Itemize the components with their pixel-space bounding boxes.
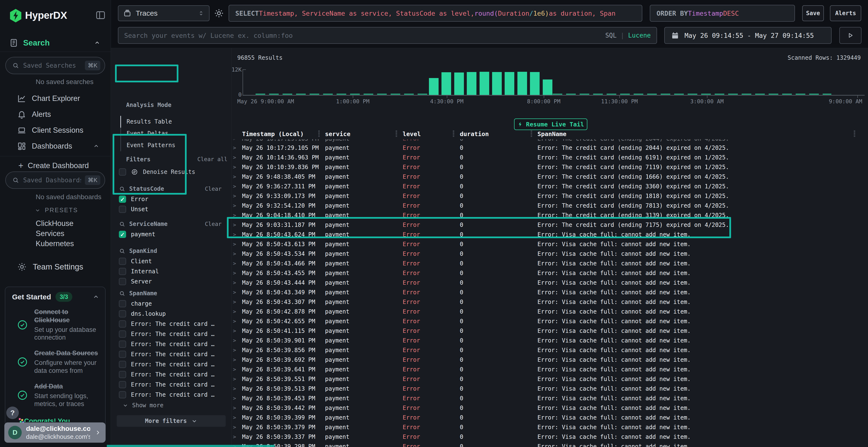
- column-resize-handle[interactable]: [318, 131, 320, 137]
- table-row[interactable]: > May 26 8:50:39.692 PM payment Error 0 …: [232, 355, 868, 365]
- row-expand-chevron[interactable]: >: [233, 210, 236, 220]
- filter-option[interactable]: dns.lookup: [119, 309, 222, 319]
- preset-clickhouse[interactable]: ClickHouse: [36, 219, 73, 228]
- table-row[interactable]: > May 26 9:36:27.311 PM payment Error 0 …: [232, 182, 868, 191]
- row-expand-chevron[interactable]: >: [233, 355, 236, 365]
- table-row[interactable]: > May 26 8:50:43.455 PM payment Error 0 …: [232, 268, 868, 278]
- sidebar-item-team-settings[interactable]: Team Settings: [0, 259, 111, 275]
- table-row[interactable]: > May 26 10:10:39.836 PM payment Error 0…: [232, 162, 868, 172]
- table-row[interactable]: > May 26 8:50:43.613 PM payment Error 0 …: [232, 239, 868, 249]
- filter-option[interactable]: Client: [119, 256, 222, 266]
- row-expand-chevron[interactable]: >: [233, 307, 236, 316]
- row-expand-chevron[interactable]: >: [233, 278, 236, 287]
- row-expand-chevron[interactable]: >: [233, 403, 236, 413]
- row-expand-chevron[interactable]: >: [233, 393, 236, 403]
- search-icon[interactable]: [119, 221, 125, 227]
- filter-option[interactable]: Server: [119, 276, 222, 286]
- run-query-button[interactable]: [839, 27, 862, 44]
- filter-checkbox[interactable]: [119, 361, 126, 368]
- column-resize-handle[interactable]: [396, 131, 397, 137]
- row-expand-chevron[interactable]: >: [233, 249, 236, 259]
- filter-checkbox[interactable]: [119, 371, 126, 378]
- presets-section-toggle[interactable]: PRESETS: [35, 207, 78, 214]
- get-started-item[interactable]: Add Data Start sending logs, metrics, or…: [5, 379, 105, 412]
- search-icon[interactable]: [119, 290, 125, 297]
- table-row[interactable]: > May 26 8:50:39.442 PM payment Error 0 …: [232, 403, 868, 413]
- table-row[interactable]: > May 26 8:50:41.115 PM payment Error 0 …: [232, 326, 868, 336]
- row-expand-chevron[interactable]: >: [233, 172, 236, 182]
- table-row[interactable]: > May 26 8:50:42.878 PM payment Error 0 …: [232, 307, 868, 316]
- column-resize-handle[interactable]: [453, 131, 454, 137]
- row-expand-chevron[interactable]: >: [233, 220, 236, 230]
- get-started-item[interactable]: Create Data Sources Configure where your…: [5, 345, 105, 379]
- filter-checkbox[interactable]: [119, 268, 126, 275]
- search-input[interactable]: [124, 32, 600, 39]
- filter-option[interactable]: Error: The credit card …: [119, 349, 222, 359]
- sidebar-item-dashboards[interactable]: Dashboards: [0, 138, 111, 154]
- alerts-button[interactable]: Alerts: [830, 5, 861, 21]
- row-expand-chevron[interactable]: >: [233, 326, 236, 336]
- denoise-checkbox[interactable]: [119, 168, 126, 176]
- help-button[interactable]: ?: [6, 407, 19, 419]
- filter-checkbox[interactable]: [119, 300, 126, 307]
- create-dashboard-button[interactable]: + Create Dashboard: [0, 159, 111, 172]
- query-settings-gear-icon[interactable]: [214, 8, 224, 19]
- row-expand-chevron[interactable]: >: [233, 143, 236, 153]
- row-expand-chevron[interactable]: >: [233, 413, 236, 422]
- table-row[interactable]: > May 26 9:04:18.410 PM payment Error 0 …: [232, 210, 868, 220]
- filter-option[interactable]: Error: The credit card …: [119, 370, 222, 380]
- filter-checkbox[interactable]: [119, 341, 126, 348]
- row-expand-chevron[interactable]: >: [233, 239, 236, 249]
- clear-link[interactable]: Clear: [205, 221, 222, 227]
- chevron-up-icon[interactable]: [94, 40, 100, 46]
- table-row[interactable]: > May 26 8:50:43.349 PM payment Error 0 …: [232, 287, 868, 297]
- filter-checkbox[interactable]: [119, 381, 126, 388]
- filter-option[interactable]: payment: [119, 229, 222, 239]
- lucene-toggle[interactable]: Lucene: [628, 32, 651, 39]
- row-expand-chevron[interactable]: >: [233, 384, 236, 393]
- row-expand-chevron[interactable]: >: [233, 201, 236, 210]
- search-icon[interactable]: [119, 248, 125, 254]
- saved-dashboards-input[interactable]: ⌘K: [5, 171, 105, 189]
- clear-link[interactable]: Clear: [205, 186, 222, 192]
- sidebar-item-chart-explorer[interactable]: Chart Explorer: [0, 91, 111, 106]
- denoise-results-toggle[interactable]: Denoise Results: [119, 167, 195, 177]
- row-expand-chevron[interactable]: >: [233, 287, 236, 297]
- preset-kubernetes[interactable]: Kubernetes: [36, 239, 74, 248]
- table-row[interactable]: > May 26 9:48:38.405 PM payment Error 0 …: [232, 172, 868, 182]
- filter-option[interactable]: Error: The credit card …: [119, 339, 222, 349]
- time-range-picker[interactable]: May 26 09:14:55 - May 27 09:14:55: [664, 27, 832, 44]
- row-expand-chevron[interactable]: >: [233, 432, 236, 442]
- row-expand-chevron[interactable]: >: [233, 442, 236, 447]
- table-row[interactable]: > May 26 8:50:43.444 PM payment Error 0 …: [232, 278, 868, 287]
- filter-option[interactable]: Error: The credit card …: [119, 380, 222, 390]
- filter-option[interactable]: Error: The credit card …: [119, 329, 222, 339]
- table-row[interactable]: > May 26 8:50:43.624 PM payment Error 0 …: [232, 230, 868, 239]
- row-expand-chevron[interactable]: >: [233, 345, 236, 355]
- table-row[interactable]: > May 26 8:50:39.641 PM payment Error 0 …: [232, 365, 868, 374]
- table-row[interactable]: > May 26 8:50:39.399 PM payment Error 0 …: [232, 413, 868, 422]
- select-query-input[interactable]: SELECT Timestamp, ServiceName as service…: [228, 5, 642, 22]
- sql-toggle[interactable]: SQL: [605, 32, 617, 39]
- filter-checkbox[interactable]: [119, 231, 126, 238]
- row-expand-chevron[interactable]: >: [233, 191, 236, 201]
- filter-option[interactable]: Internal: [119, 266, 222, 276]
- filter-checkbox[interactable]: [119, 206, 126, 213]
- table-row[interactable]: > May 26 9:03:31.187 PM payment Error 0 …: [232, 220, 868, 230]
- filter-option[interactable]: Error: [119, 194, 222, 204]
- table-row[interactable]: > May 26 8:50:42.655 PM payment Error 0 …: [232, 316, 868, 326]
- sidebar-item-alerts[interactable]: Alerts: [0, 107, 111, 122]
- source-select[interactable]: Traces: [118, 5, 210, 21]
- table-row[interactable]: > May 26 8:50:43.534 PM payment Error 0 …: [232, 249, 868, 259]
- clear-all-link[interactable]: Clear all: [197, 156, 227, 163]
- row-expand-chevron[interactable]: >: [233, 153, 236, 162]
- event-search-bar[interactable]: SQL | Lucene: [118, 27, 657, 44]
- saved-dashboards-field[interactable]: [23, 176, 81, 184]
- row-expand-chevron[interactable]: >: [233, 162, 236, 172]
- order-by-input[interactable]: ORDER BY Timestamp DESC: [650, 5, 795, 22]
- col-header-level[interactable]: level: [403, 131, 421, 138]
- filter-checkbox[interactable]: [119, 331, 126, 338]
- table-row[interactable]: > May 26 8:50:39.298 PM payment Error 0 …: [232, 442, 868, 447]
- filter-option[interactable]: Error: The credit card …: [119, 359, 222, 370]
- table-row[interactable]: > May 26 8:50:39.856 PM payment Error 0 …: [232, 345, 868, 355]
